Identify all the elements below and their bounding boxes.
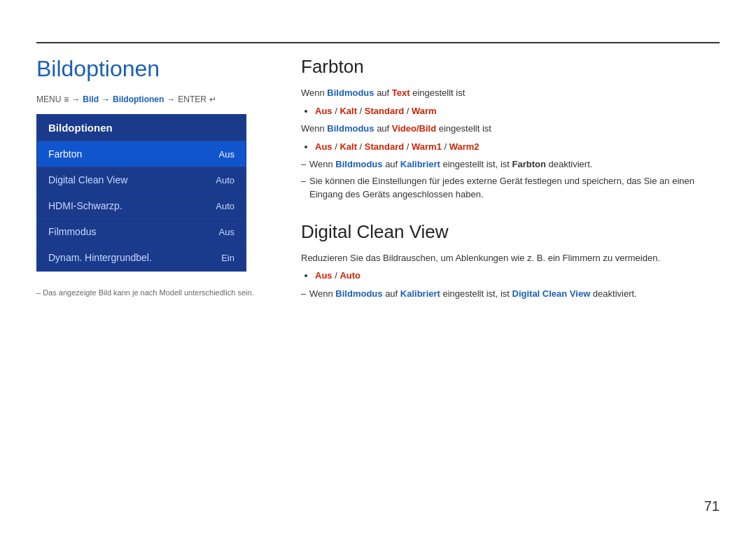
menu-item-farbton-value: Aus: [219, 149, 234, 160]
menu-path-enter: ENTER: [178, 94, 206, 104]
menu-item-hintergrund-label: Dynam. Hintergrundbel.: [48, 252, 152, 263]
menu-item-dcv-value: Auto: [216, 175, 234, 185]
farbton-kalt-1: Kalt: [340, 106, 357, 116]
menu-path: MENU ≡ → Bild → Bildoptionen → ENTER ↵: [36, 94, 260, 104]
dcv-note1: Wenn Bildmodus auf Kalibriert eingestell…: [301, 287, 720, 301]
farbton-line2: Wenn Bildmodus auf Video/Bild eingestell…: [301, 122, 720, 136]
page-number: 71: [704, 498, 720, 514]
farbton-bold-1: Farbton: [512, 159, 546, 169]
dcv-bullet-1: Aus / Auto: [315, 269, 720, 283]
menu-item-film-label: Filmmodus: [48, 226, 96, 237]
menu-item-farbton-label: Farbton: [48, 148, 82, 160]
farbton-line1: Wenn Bildmodus auf Text eingestellt ist: [301, 86, 720, 100]
farbton-warm1: Warm1: [412, 141, 442, 152]
menu-item-digital-clean-view[interactable]: Digital Clean View Auto: [37, 167, 246, 193]
dcv-bildmodus: Bildmodus: [335, 288, 382, 299]
dcv-title: Digital Clean View: [301, 221, 720, 243]
arrow-symbol-2: →: [102, 94, 110, 104]
enter-icon: ↵: [209, 94, 216, 104]
dcv-aus: Aus: [315, 270, 332, 281]
farbton-standard-2: Standard: [365, 141, 404, 152]
menu-item-hintergrund[interactable]: Dynam. Hintergrundbel. Ein: [37, 245, 246, 271]
menu-box-title: Bildoptionen: [37, 115, 246, 141]
farbton-title: Farbton: [301, 56, 720, 78]
farbton-warm2: Warm2: [449, 141, 479, 152]
menu-path-bildoptionen: Bildoptionen: [113, 94, 164, 104]
farbton-note2: Sie können die Einstellungen für jedes e…: [301, 174, 720, 202]
farbton-bildmodus-1: Bildmodus: [327, 87, 374, 98]
menu-item-hdmi-value: Auto: [216, 201, 234, 211]
menu-path-menu: MENU: [36, 94, 61, 104]
menu-box: Bildoptionen Farbton Aus Digital Clean V…: [36, 114, 246, 272]
menu-item-dcv-label: Digital Clean View: [48, 174, 127, 185]
menu-item-filmmodus[interactable]: Filmmodus Aus: [37, 219, 246, 245]
farbton-kalibriert-1: Kalibriert: [400, 159, 440, 169]
arrow-1: ≡: [64, 94, 69, 104]
dcv-kalibriert: Kalibriert: [400, 288, 440, 299]
farbton-aus-2: Aus: [315, 141, 332, 152]
menu-path-bild: Bild: [83, 94, 99, 104]
farbton-list-1: Aus / Kalt / Standard / Warm: [315, 104, 720, 118]
farbton-videobild: Video/Bild: [392, 123, 436, 134]
dcv-list: Aus / Auto: [315, 269, 720, 283]
section-digital-clean-view: Digital Clean View Reduzieren Sie das Bi…: [301, 221, 720, 301]
page-title: Bildoptionen: [36, 56, 260, 82]
menu-item-farbton[interactable]: Farbton Aus: [37, 141, 246, 167]
farbton-kalt-2: Kalt: [340, 141, 357, 152]
farbton-standard-1: Standard: [365, 106, 404, 116]
menu-item-film-value: Aus: [219, 227, 234, 237]
dcv-description: Reduzieren Sie das Bildrauschen, um Able…: [301, 251, 720, 265]
farbton-bullet-2: Aus / Kalt / Standard / Warm1 / Warm2: [315, 140, 720, 154]
footnote: Das angezeigte Bild kann je nach Modell …: [36, 288, 260, 297]
arrow-symbol-3: →: [167, 94, 175, 104]
menu-item-hdmi[interactable]: HDMI-Schwarzp. Auto: [37, 193, 246, 219]
farbton-bullet-1: Aus / Kalt / Standard / Warm: [315, 104, 720, 118]
dcv-name-ref: Digital Clean View: [512, 288, 591, 299]
top-divider: [36, 42, 720, 43]
dcv-auto: Auto: [340, 270, 360, 281]
section-farbton: Farbton Wenn Bildmodus auf Text eingeste…: [301, 56, 720, 202]
menu-item-hdmi-label: HDMI-Schwarzp.: [48, 200, 122, 211]
farbton-aus-1: Aus: [315, 106, 332, 116]
farbton-list-2: Aus / Kalt / Standard / Warm1 / Warm2: [315, 140, 720, 154]
right-panel: Farbton Wenn Bildmodus auf Text eingeste…: [301, 56, 720, 320]
farbton-bildmodus-2: Bildmodus: [327, 123, 374, 134]
farbton-text: Text: [392, 87, 410, 98]
farbton-warm-1: Warm: [412, 106, 437, 116]
left-panel: Bildoptionen MENU ≡ → Bild → Bildoptione…: [36, 56, 260, 297]
farbton-note1: Wenn Bildmodus auf Kalibriert eingestell…: [301, 157, 720, 171]
farbton-bildmodus-3: Bildmodus: [335, 159, 382, 169]
arrow-symbol-1: →: [71, 94, 80, 104]
menu-item-hintergrund-value: Ein: [221, 253, 234, 263]
